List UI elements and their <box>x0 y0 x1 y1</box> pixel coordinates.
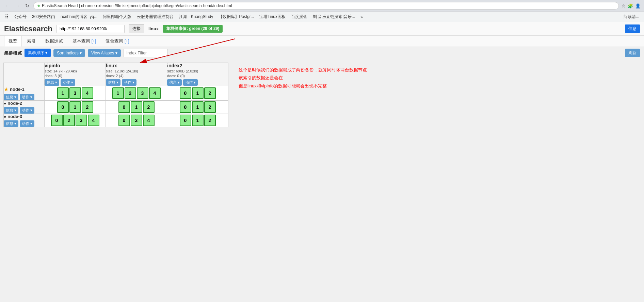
node3-btns: 信息 ▾ 动作 ▾ <box>4 120 44 127</box>
index-name-vipinfo: vipinfo <box>45 63 106 68</box>
shards-node2-linux: 0 1 2 <box>106 101 167 113</box>
bookmark-more[interactable]: » <box>358 14 365 20</box>
node3-info-button[interactable]: 信息 ▾ <box>4 120 18 127</box>
basic-query-plus: [+] <box>92 39 96 44</box>
index-btns-index2: 信息 ▾ 动作 ▾ <box>167 79 228 86</box>
shard-cell-node2-linux: 0 1 2 <box>106 101 167 114</box>
shard-box: 3 <box>76 115 87 126</box>
sort-indices-button[interactable]: Sort Indices ▾ <box>53 49 85 57</box>
main-content: vipinfo size: 14.7ki (29.4ki) docs: 3 (6… <box>0 59 644 131</box>
linux-label: linux <box>148 26 159 31</box>
bookmark-db[interactable]: 【数据库】Postgr... <box>216 13 256 20</box>
tab-indices[interactable]: 索引 <box>22 36 40 47</box>
bookmark-music[interactable]: 刘 音乐直链搜索|音乐... <box>311 13 357 20</box>
table-row: ● node-2 信息 ▾ 动作 ▾ 0 1 2 <box>4 101 228 114</box>
tab-data-browse[interactable]: 数据浏览 <box>41 36 67 47</box>
shard-cell-node1-index2: 0 1 2 <box>167 86 228 101</box>
extensions-icon[interactable]: 🧩 <box>628 3 633 9</box>
bookmark-baota[interactable]: 宝塔Linux面板 <box>257 13 288 20</box>
grid-table: vipinfo size: 14.7ki (29.4ki) docs: 3 (6… <box>3 63 228 127</box>
index-name-index2: index2 <box>167 63 228 68</box>
tab-complex-query[interactable]: 复合查询 [+] <box>101 36 133 47</box>
vipinfo-info-button[interactable]: 信息 ▾ <box>45 79 59 86</box>
annotation-line2: 该索引的数据还是会在 <box>239 74 637 82</box>
node1-action-button[interactable]: 动作 ▾ <box>20 94 34 100</box>
bookmark-aliyun-mail[interactable]: 阿里邮箱个人版 <box>101 13 133 20</box>
node-cell-3: ● node-3 信息 ▾ 动作 ▾ <box>4 114 45 127</box>
index-header-linux: linux size: 12.0ki (24.1ki) docs: 2 (4) … <box>106 63 167 86</box>
shard-box: 2 <box>143 101 155 113</box>
shard-cell-node3-vipinfo: 0 2 3 4 <box>45 114 106 127</box>
index-filter-input[interactable] <box>124 49 168 57</box>
index-size-linux: size: 12.0ki (24.1ki) <box>106 69 167 73</box>
linux-action-button[interactable]: 动作 ▾ <box>122 79 136 86</box>
shard-box: 2 <box>82 101 93 113</box>
toolbar: 集群概览 集群排序 ▾ Sort Indices ▾ View Aliases … <box>0 47 644 59</box>
connect-button[interactable]: 连接 <box>129 24 144 33</box>
forward-button[interactable]: → <box>14 2 21 9</box>
tab-overview[interactable]: 视览 <box>4 36 22 47</box>
table-row: ★ node-1 信息 ▾ 动作 ▾ 1 3 4 <box>4 86 228 101</box>
apps-bookmark[interactable]: ⠿ <box>3 13 11 21</box>
index2-info-button[interactable]: 信息 ▾ <box>167 79 182 86</box>
address-text: ElasticSearch Head | chrome-extension://… <box>42 3 232 8</box>
app-title: Elasticsearch <box>4 24 52 33</box>
annotation-line1: 这个是时候我们的数据就成了两份备份，就算同时坏两台数据节点 <box>239 66 637 74</box>
star-page-icon[interactable]: ☆ <box>622 3 626 9</box>
shard-box: 1 <box>69 101 81 113</box>
bookmark-360[interactable]: 360安全路由 <box>30 13 57 20</box>
shard-box: 0 <box>180 87 191 99</box>
node2-action-button[interactable]: 动作 ▾ <box>20 107 34 114</box>
bookmark-jianhu[interactable]: 江湖 - KuangStudy <box>177 13 215 20</box>
shard-box: 0 <box>180 101 191 113</box>
node1-info-button[interactable]: 信息 ▾ <box>4 94 18 100</box>
index-docs-vipinfo: docs: 3 (6) <box>45 74 106 78</box>
annotation-area: 这个是时候我们的数据就成了两份备份，就算同时坏两台数据节点 该索引的数据还是会在… <box>235 63 641 127</box>
shard-box: 1 <box>192 115 204 126</box>
shard-box: 4 <box>82 87 93 99</box>
app-header: Elasticsearch 连接 linux 集群健康值: green (29 … <box>0 22 644 36</box>
index-size-vipinfo: size: 14.7ki (29.4ki) <box>45 69 106 73</box>
reading-mode[interactable]: 阅读清... <box>622 13 641 20</box>
tab-basic-query[interactable]: 基本查询 [+] <box>68 36 100 47</box>
node2-info-button[interactable]: 信息 ▾ <box>4 107 18 114</box>
node-cell-1: ★ node-1 信息 ▾ 动作 ▾ <box>4 86 45 101</box>
bookmark-baidu[interactable]: 百度掘金 <box>289 13 309 20</box>
refresh-button[interactable]: ↻ <box>24 2 31 9</box>
bookmark-cloud[interactable]: 云服务器管理控制台 <box>135 13 176 20</box>
shard-box: 4 <box>149 87 161 99</box>
shards-node3-vipinfo: 0 2 3 4 <box>45 115 106 126</box>
info-button[interactable]: 信息 <box>625 24 640 33</box>
address-bar[interactable]: ★ ElasticSearch Head | chrome-extension:… <box>33 2 619 10</box>
shard-box: 0 <box>180 115 191 126</box>
shard-box: 1 <box>57 87 69 99</box>
back-button[interactable]: ← <box>3 2 11 9</box>
index-docs-linux: docs: 2 (4) <box>106 74 167 78</box>
shard-cell-node2-index2: 0 1 2 <box>167 101 228 114</box>
shard-box: 2 <box>63 115 75 126</box>
index-header-vipinfo: vipinfo size: 14.7ki (29.4ki) docs: 3 (6… <box>45 63 106 86</box>
shard-cell-node1-vipinfo: 1 3 4 <box>45 86 106 101</box>
vipinfo-action-button[interactable]: 动作 ▾ <box>61 79 75 86</box>
cluster-sort-button[interactable]: 集群排序 ▾ <box>25 49 51 57</box>
index2-action-button[interactable]: 动作 ▾ <box>183 79 198 86</box>
shard-box: 4 <box>88 115 99 126</box>
shard-box: 1 <box>192 101 204 113</box>
bookmark-gonghao[interactable]: 公众号 <box>12 13 29 20</box>
url-input[interactable] <box>57 25 125 33</box>
node1-star-icon: ★ <box>4 86 9 93</box>
shard-cell-node3-linux: 0 3 4 <box>106 114 167 127</box>
bookmark-ncnhhm[interactable]: ncnhhm的博客_yq... <box>59 13 99 20</box>
shard-cell-node1-linux: 1 2 3 4 <box>106 86 167 101</box>
shard-box: 4 <box>143 115 155 126</box>
shards-node2-vipinfo: 0 1 2 <box>45 101 106 113</box>
node3-action-button[interactable]: 动作 ▾ <box>20 120 34 127</box>
shards-node3-linux: 0 3 4 <box>106 115 167 126</box>
linux-info-button[interactable]: 信息 ▾ <box>106 79 120 86</box>
chrome-nav-bar: ← → ↻ ★ ElasticSearch Head | chrome-exte… <box>0 0 644 12</box>
refresh-button[interactable]: 刷新 <box>625 49 640 57</box>
shard-cell-node2-vipinfo: 0 1 2 <box>45 101 106 114</box>
view-aliases-button[interactable]: View Aliases ▾ <box>88 49 120 57</box>
shard-box: 2 <box>204 115 216 126</box>
profile-icon[interactable]: 👤 <box>635 3 641 9</box>
